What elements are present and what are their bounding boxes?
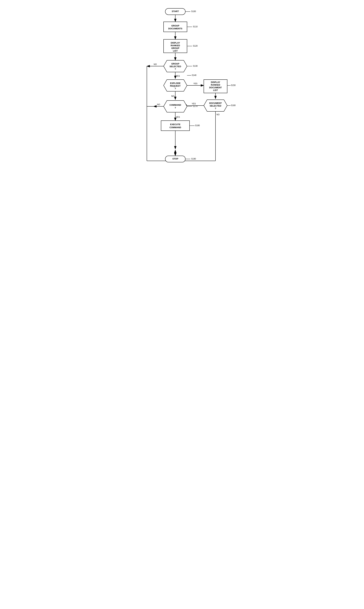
no-label-explode: NO — [171, 95, 174, 97]
execute-command-label1: EXECUTE — [170, 123, 181, 126]
s110-label: S110 — [193, 26, 197, 28]
yes-label-doc: YES — [192, 103, 196, 105]
yes-label-explode: YES — [193, 82, 197, 85]
document-selected-label1: DOCUMENT — [209, 102, 222, 104]
display-ranked-doc-label4: LIST — [213, 89, 218, 92]
s100-label: S100 — [191, 10, 196, 13]
s160-label: S160 — [231, 104, 235, 106]
display-ranked-group-label1: DISPLAY — [171, 41, 180, 44]
group-selected-label3: ? — [175, 68, 176, 70]
document-selected-label2: SELECTED — [210, 105, 221, 107]
s140-label: S140 — [192, 74, 196, 76]
s150-label: S150 — [231, 84, 235, 86]
command-label2: ? — [175, 106, 176, 109]
yes-label-group: YES — [176, 75, 180, 77]
no-label-command: NO — [157, 103, 160, 106]
explode-request-label1: EXPLODE — [170, 82, 181, 84]
s130-label: S130 — [193, 65, 197, 67]
group-documents-label2: DOCUMENTS — [168, 27, 182, 30]
display-ranked-group-label2: RANKED — [171, 44, 180, 47]
s180-label: S180 — [195, 124, 200, 127]
stop-label: STOP — [172, 158, 178, 160]
display-ranked-doc-label2: RANKED — [211, 84, 220, 86]
command-node — [164, 101, 187, 112]
display-ranked-group-label4: LIST — [173, 50, 178, 52]
explode-request-label3: ? — [175, 87, 176, 90]
flowchart-container: START S100 GROUP DOCUMENTS S110 DISPLAY … — [132, 3, 232, 171]
yes-label-command: YES — [176, 116, 180, 118]
no-label-group: NO — [154, 63, 157, 66]
group-documents-label: GROUP — [171, 25, 179, 27]
s120-label: S120 — [193, 45, 197, 47]
explode-request-label2: REQUEST — [170, 85, 181, 87]
s170-label: S170 — [193, 105, 197, 107]
group-selected-label1: GROUP — [171, 63, 179, 65]
start-label: START — [172, 10, 179, 13]
no-label-doc: NO — [217, 113, 220, 116]
document-selected-label3: ? — [215, 107, 216, 110]
group-selected-label2: SELECTED — [169, 65, 181, 68]
display-ranked-group-label3: GROUP — [171, 47, 179, 49]
execute-command-label2: COMMAND — [169, 126, 181, 129]
display-ranked-doc-label1: DISPLAY — [211, 81, 220, 83]
command-label1: COMMAND — [169, 104, 181, 106]
s190-label: S190 — [191, 158, 196, 160]
display-ranked-doc-label3: DOCUMENT — [209, 86, 222, 89]
